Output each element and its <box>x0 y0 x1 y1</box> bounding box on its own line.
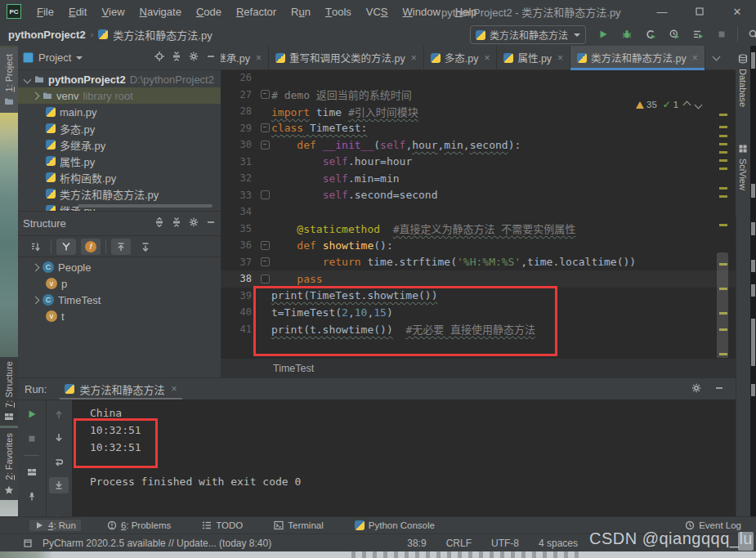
stripe-1-project[interactable]: 1: Project <box>0 47 18 113</box>
prev-problem-icon[interactable] <box>683 100 691 109</box>
close-icon[interactable]: × <box>256 52 262 64</box>
run-button[interactable] <box>595 26 611 42</box>
close-icon[interactable]: × <box>411 52 417 64</box>
tool-windows-icon[interactable] <box>23 538 33 548</box>
tab-多态.py[interactable]: 多态.py× <box>424 46 498 69</box>
toolwindow-terminal[interactable]: Terminal <box>269 520 328 531</box>
maximize-button[interactable] <box>681 0 718 23</box>
minimize-button[interactable]: — <box>643 0 681 23</box>
toolwindow-python-console[interactable]: Python Console <box>350 520 440 531</box>
status-message[interactable]: PyCharm 2020.2.5 available // Update... … <box>42 538 271 549</box>
menu-run[interactable]: Run <box>284 0 318 23</box>
menu-refactor[interactable]: Refactor <box>229 0 284 23</box>
search-button[interactable] <box>745 26 756 42</box>
close-icon[interactable]: × <box>171 383 177 395</box>
tree-item-pythonProject2[interactable]: pythonProject2D:\pythonProject2 <box>18 71 221 87</box>
panel-collapse-button[interactable] <box>172 217 181 230</box>
panel-minus-button[interactable] <box>206 51 216 64</box>
tree-item-多继承.py[interactable]: 多继承.py <box>18 136 221 153</box>
close-button[interactable]: ✕ <box>718 0 756 23</box>
tree-item-多态.py[interactable]: 多态.py <box>18 120 221 136</box>
menu-code[interactable]: Code <box>189 0 229 23</box>
arrdownbar-button[interactable] <box>136 239 155 255</box>
stripe-2-favorites[interactable]: 2: Favorites <box>0 428 18 500</box>
arrup-button[interactable] <box>49 406 69 422</box>
fold-marker-icon[interactable] <box>261 190 270 199</box>
menu-view[interactable]: View <box>94 0 132 23</box>
tab-类方法和静态方法.py[interactable]: 类方法和静态方法.py× <box>570 46 705 69</box>
structure-item-TimeTest[interactable]: CTimeTest <box>18 292 221 308</box>
menu-vcs[interactable]: VCS <box>359 0 396 23</box>
structure-item-p[interactable]: vp <box>18 275 221 292</box>
chevron-right-icon[interactable] <box>32 92 40 100</box>
panel-gear-button[interactable] <box>189 217 199 230</box>
panel-collapse-button[interactable] <box>172 51 181 64</box>
chevron-right-icon[interactable] <box>32 296 40 304</box>
rerun-button[interactable] <box>22 406 42 422</box>
close-icon[interactable]: × <box>557 52 563 64</box>
next-problem-icon[interactable] <box>695 100 703 109</box>
concurrency-button[interactable] <box>690 26 706 42</box>
tree-item-venv[interactable]: venvlibrary root <box>18 87 221 104</box>
minus-button[interactable] <box>714 383 724 395</box>
run-configuration-select[interactable]: 类方法和静态方法 <box>470 25 586 44</box>
menu-window[interactable]: Window <box>396 0 448 23</box>
file-encoding[interactable]: UTF-8 <box>491 538 519 549</box>
toolwindow-todo[interactable]: TODO <box>197 520 248 531</box>
stop-button[interactable] <box>714 26 730 42</box>
yfilter-button[interactable] <box>56 239 76 255</box>
stop-button[interactable] <box>22 431 42 447</box>
tree-item-析构函数.py[interactable]: 析构函数.py <box>18 169 221 185</box>
structure-item-People[interactable]: CPeople <box>18 259 221 275</box>
sortaz-button[interactable] <box>26 239 46 255</box>
menu-navigate[interactable]: Navigate <box>132 0 189 23</box>
panel-minus-button[interactable] <box>206 217 216 230</box>
line-separator[interactable]: CRLF <box>446 538 472 549</box>
menu-edit[interactable]: Edit <box>61 0 94 23</box>
caret-position[interactable]: 38:9 <box>407 538 426 549</box>
panel-gear-button[interactable] <box>189 51 199 64</box>
tab-继承.py[interactable]: 继承.py× <box>221 46 269 69</box>
arrupbar-button[interactable] <box>111 239 131 255</box>
fold-marker-icon[interactable]: − <box>261 241 270 250</box>
indent-style[interactable]: 4 spaces <box>539 538 578 549</box>
toolwindow-6-problems[interactable]: 6: Problems <box>102 520 176 531</box>
profiler-button[interactable] <box>666 26 682 42</box>
stripe-7-structure[interactable]: 7: Structure <box>0 357 18 426</box>
tree-item-类方法和静态方法.py[interactable]: 类方法和静态方法.py <box>18 185 221 202</box>
fold-marker-icon[interactable]: − <box>261 90 270 99</box>
breadcrumb-class[interactable]: TimeTest <box>273 363 314 374</box>
run-tab[interactable]: 类方法和静态方法 × <box>56 378 185 400</box>
restore-layout-button[interactable] <box>22 464 42 480</box>
structure-item-t[interactable]: vt <box>18 308 221 324</box>
fold-marker-icon[interactable] <box>261 275 270 283</box>
tree-item-main.py[interactable]: main.py <box>18 104 221 120</box>
debug-button[interactable] <box>619 26 635 42</box>
stripe-database[interactable]: Database <box>736 47 750 136</box>
breadcrumb-project[interactable]: pythonProject2 <box>8 29 86 41</box>
fold-marker-icon[interactable]: − <box>261 141 270 150</box>
tree-item-属性.py[interactable]: 属性.py <box>18 153 221 169</box>
console-output[interactable]: China10:32:5110:32:51 Process finished w… <box>72 400 736 517</box>
tab-属性.py[interactable]: 属性.py× <box>497 46 570 69</box>
menu-file[interactable]: File <box>29 0 61 23</box>
close-icon[interactable]: × <box>484 52 490 64</box>
horizontal-scrollbar[interactable] <box>78 204 212 208</box>
panel-expand-button[interactable] <box>154 217 164 230</box>
toolwindow-4-run[interactable]: 4: Run <box>29 520 81 531</box>
gear-button[interactable] <box>691 383 701 395</box>
vertical-scrollbar[interactable] <box>717 252 728 358</box>
project-panel-title[interactable]: Project <box>38 51 71 64</box>
tab-重写和调用父类的方法.py[interactable]: 重写和调用父类的方法.py× <box>269 46 424 69</box>
rerun-button[interactable] <box>49 453 69 470</box>
arrdown-button[interactable] <box>49 430 69 446</box>
stripe-sciview[interactable]: SciView <box>736 137 750 214</box>
menu-tools[interactable]: Tools <box>318 0 359 23</box>
close-icon[interactable]: × <box>692 52 698 64</box>
coverage-button[interactable] <box>642 26 659 42</box>
panel-crosshair-button[interactable] <box>154 51 164 64</box>
chevron-down-icon[interactable] <box>24 75 32 83</box>
scrollend-button[interactable] <box>49 477 69 493</box>
pin-button[interactable] <box>22 489 42 505</box>
fold-marker-icon[interactable]: − <box>261 123 270 132</box>
